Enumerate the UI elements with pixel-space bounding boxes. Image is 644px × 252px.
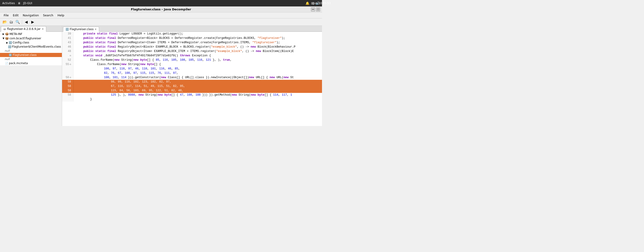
line-number: 39 — [62, 32, 74, 36]
code-line: 58 125 }, ), 8080, new String(new byte[]… — [62, 93, 322, 97]
app-title-bar: Flagtureiser.class - Java Decompiler — ☐ — [0, 6, 322, 12]
fold-icon[interactable]: ⊖ — [70, 76, 71, 80]
code-text: public static final RegistryObject<Item>… — [74, 49, 322, 54]
code-line: 58⊖ 100, 101, 114 })).getConstructor(new… — [62, 76, 322, 80]
activities-label[interactable]: Activities — [2, 2, 15, 5]
code-tab-close[interactable]: ✕ — [94, 28, 96, 31]
package-icon: 📦 — [5, 36, 9, 40]
maximize-button[interactable]: ☐ — [316, 7, 320, 12]
jar-tab[interactable]: 🗂 flagtureiser-4.2.0.6.9.jar ✕ — [1, 26, 46, 32]
line-number: 58 — [62, 93, 74, 97]
menu-file[interactable]: File — [2, 13, 10, 18]
menu-edit[interactable]: Edit — [11, 13, 20, 18]
app-window-title: Flagtureiser.class - Java Decompiler — [131, 8, 191, 11]
back-button[interactable]: ◀ — [23, 19, 29, 25]
code-tab[interactable]: 🔢 Flagtureiser.class ✕ — [63, 27, 99, 32]
jar-tab-label: flagtureiser-4.2.0.6.9.jar — [7, 27, 40, 30]
code-text: public static final DeferredRegister<Blo… — [74, 36, 322, 40]
open-jar-button[interactable]: 🗂 — [8, 19, 14, 25]
open-button[interactable]: 📂 — [2, 19, 8, 25]
code-text: private static final Logger LOGGER = Log… — [74, 32, 322, 36]
forward-button[interactable]: ▶ — [30, 19, 36, 25]
code-line: 41 public static final DeferredRegister<… — [62, 36, 322, 40]
toolbar-separator — [22, 20, 22, 24]
code-text: 82, 76, 67, 108, 97, 115, 115, 76, 111, … — [74, 71, 322, 76]
list-item[interactable]: 📄 pack.mcmeta — [0, 61, 62, 65]
line-number: 55⊖ — [62, 62, 74, 67]
code-line: 52 Class.forName(new String(new byte[] {… — [62, 58, 322, 62]
code-text: public static final DeferredRegister<Ite… — [74, 40, 322, 45]
class-icon: 🔢 — [8, 45, 11, 48]
code-text: Class.forName(new String(new byte[] { — [74, 62, 322, 67]
title-bar-icon: 🖥 — [18, 2, 20, 5]
code-text: static void _6d8f2e1fefef5b67bf4f49179b8… — [74, 54, 322, 58]
fold-icon[interactable]: ⊖ — [70, 54, 71, 58]
tree-toggle-icon[interactable]: ▶ — [6, 42, 9, 44]
code-text: 125 }, ), 8080, new String(new byte[] { … — [74, 93, 322, 97]
list-item[interactable]: ▶ 📦 META-INF — [0, 32, 62, 36]
code-line: 58 115, 84, 56, 103, 69, 95, 122, 51, 82… — [62, 88, 322, 93]
line-number: 48 — [62, 49, 74, 54]
menu-search[interactable]: Search — [41, 13, 55, 18]
bell-icon: 🔔 — [306, 2, 309, 5]
code-text: 100, 101, 114 })).getConstructor(new Cla… — [74, 76, 322, 80]
list-item: null — [0, 57, 62, 61]
tree-node-label: pack.mcmeta — [9, 62, 28, 65]
tree-node-label: Flagtureiser.class — [13, 53, 36, 56]
code-line: 106, 97, 118, 97, 46, 110, 101, 116, 46,… — [62, 67, 322, 71]
line-number — [62, 71, 74, 76]
code-tab-bar: 🔢 Flagtureiser.class ✕ — [62, 26, 322, 32]
code-line: 46 public static final RegistryObject<Bl… — [62, 45, 322, 49]
list-item[interactable]: 🔢 Flagtureiser.class — [0, 53, 62, 57]
line-number — [62, 67, 74, 71]
os-title-bar: Activities 🖥 JD-GUI Jun 10 05:53 🔔 ⊞ 🔊 — [0, 0, 322, 6]
search-toolbar-button[interactable]: 🔍 — [15, 19, 21, 25]
line-number — [62, 97, 74, 102]
menu-bar: File Edit Navigation Search Help — [0, 12, 322, 18]
tree-node-label: Config.class — [13, 41, 29, 44]
tree-node-label: Flagtureiser$ClientModEvents.class — [12, 45, 61, 48]
minimize-button[interactable]: — — [311, 7, 315, 12]
datetime-label: Jun 10 05:53 — [313, 2, 322, 5]
tree-node-label: META-INF — [10, 32, 22, 36]
code-line: 39 private static final Logger LOGGER = … — [62, 32, 322, 36]
tree-toggle-icon[interactable]: ▶ — [2, 33, 5, 35]
tree-toggle-icon[interactable]: ▼ — [2, 37, 5, 40]
line-number: ⊖ — [62, 54, 74, 58]
line-number: 52 — [62, 58, 74, 62]
code-line: 58 98, 99, 116, 102, 123, 102, 82, 97, — [62, 80, 322, 84]
list-item[interactable]: ▶ 🔢 Config.class — [0, 40, 62, 44]
code-editor[interactable]: 39 private static final Logger LOGGER = … — [62, 32, 322, 126]
code-content: 39 private static final Logger LOGGER = … — [62, 32, 322, 102]
code-line: 58 67, 116, 117, 114, 51, 49, 115, 51, 8… — [62, 84, 322, 88]
jar-tab-close[interactable]: ✕ — [42, 28, 44, 30]
window-controls: — ☐ — [311, 7, 320, 12]
fold-icon[interactable]: ⊖ — [70, 62, 71, 67]
menu-help[interactable]: Help — [56, 13, 66, 18]
line-number: 43 — [62, 40, 74, 45]
code-text: 106, 97, 118, 97, 46, 110, 101, 116, 46,… — [74, 67, 322, 71]
code-text: 67, 116, 117, 114, 51, 49, 115, 51, 82, … — [74, 84, 322, 88]
tree-node-label: null — [4, 49, 10, 52]
list-item[interactable]: 🔢 Flagtureiser$ClientModEvents.class — [0, 44, 62, 49]
code-text: 115, 84, 56, 103, 69, 95, 122, 51, 82, 4… — [74, 88, 322, 93]
jar-tab-icon: 🗂 — [4, 28, 6, 30]
tree-node-label: null — [4, 58, 10, 61]
tree-node-label: com.bcactf.flagtureiser — [10, 37, 41, 40]
class-icon: 🔢 — [9, 54, 12, 56]
toolbar: 📂 🗂 🔍 ◀ ▶ — [0, 18, 322, 26]
package-icon: 📦 — [5, 32, 9, 36]
file-icon: 📄 — [5, 62, 8, 65]
line-number: 46 — [62, 45, 74, 49]
code-text: 98, 99, 116, 102, 123, 102, 82, 97, — [74, 80, 322, 84]
list-item: null — [0, 49, 62, 53]
line-number: 58⊖ — [62, 76, 74, 80]
code-line: ⊖ static void _6d8f2e1fefef5b67bf4f49179… — [62, 54, 322, 58]
menu-navigation[interactable]: Navigation — [21, 13, 41, 18]
code-text: } — [74, 97, 322, 102]
line-number: 41 — [62, 36, 74, 40]
list-item[interactable]: ▼ 📦 com.bcactf.flagtureiser — [0, 36, 62, 40]
file-tree: ▶ 📦 META-INF ▼ 📦 com.bcactf.flagtureiser… — [0, 32, 62, 65]
line-number: 58 — [62, 88, 74, 93]
code-line: } — [62, 97, 322, 102]
